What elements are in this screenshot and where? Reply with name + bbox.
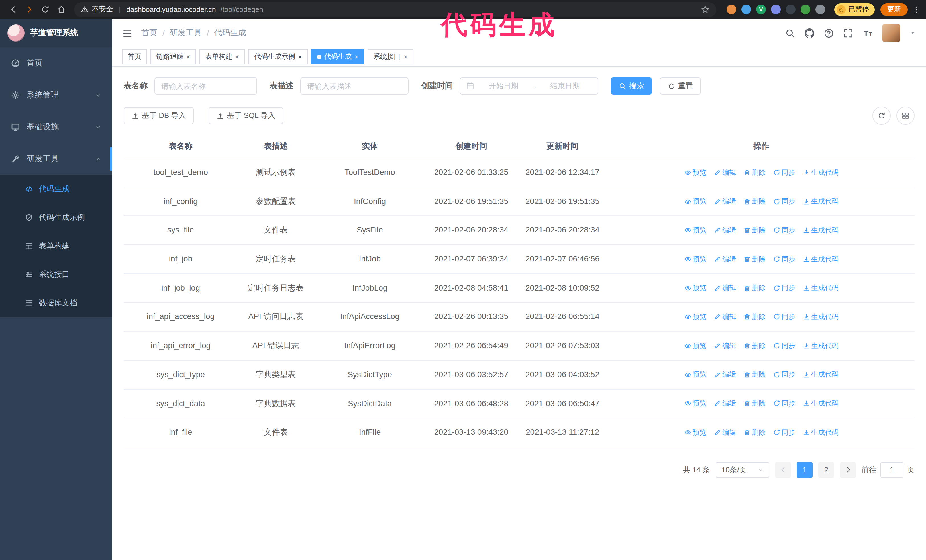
action-sync[interactable]: 同步 [773,196,795,207]
action-eye[interactable]: 预览 [684,427,706,438]
close-icon[interactable]: × [235,53,239,60]
logo[interactable]: 芋道管理系统 [0,19,112,47]
action-eye[interactable]: 预览 [684,370,706,380]
action-eye[interactable]: 预览 [684,398,706,409]
reload-icon[interactable] [38,2,53,17]
action-sync[interactable]: 同步 [773,254,795,264]
page-size-select[interactable]: 10条/页 [716,462,769,478]
数据库文档-submenu-item[interactable]: 数据库文档 [0,289,112,317]
action-download[interactable]: 生成代码 [803,283,838,293]
系统管理-menu-item[interactable]: 系统管理 [0,79,112,111]
goto-page-input[interactable] [881,462,903,478]
action-delete[interactable]: 删除 [743,370,766,380]
next-page-button[interactable] [840,462,856,478]
close-icon[interactable]: × [186,53,190,60]
action-eye[interactable]: 预览 [684,225,706,235]
action-edit[interactable]: 编辑 [714,312,736,322]
action-sync[interactable]: 同步 [773,283,795,293]
action-edit[interactable]: 编辑 [714,196,736,207]
action-eye[interactable]: 预览 [684,167,706,178]
action-download[interactable]: 生成代码 [803,225,838,235]
研发工具-menu-item[interactable]: 研发工具 [0,143,112,175]
avatar-caret-icon[interactable] [910,30,916,36]
import-sql-button[interactable]: 基于 SQL 导入 [209,107,283,124]
表单构建-tab[interactable]: 表单构建 × [200,49,245,64]
action-edit[interactable]: 编辑 [714,427,736,438]
fullscreen-icon[interactable] [843,28,853,38]
browser-menu-icon[interactable] [912,5,920,14]
代码生成示例-tab[interactable]: 代码生成示例 × [248,49,308,64]
action-edit[interactable]: 编辑 [714,167,736,178]
paused-badge[interactable]: 已暂停 [834,3,875,16]
action-sync[interactable]: 同步 [773,427,795,438]
action-delete[interactable]: 删除 [743,283,766,293]
question-icon[interactable] [824,28,834,38]
action-sync[interactable]: 同步 [773,167,795,178]
action-download[interactable]: 生成代码 [803,398,838,409]
reset-button[interactable]: 重置 [660,77,701,95]
基础设施-menu-item[interactable]: 基础设施 [0,111,112,143]
extension-icon[interactable] [726,5,736,14]
table-name-input[interactable] [154,77,257,95]
breadcrumb-item[interactable]: 代码生成 [214,28,246,38]
prev-page-button[interactable] [775,462,791,478]
action-eye[interactable]: 预览 [684,283,706,293]
home-icon[interactable] [54,2,68,17]
action-download[interactable]: 生成代码 [803,196,838,207]
action-eye[interactable]: 预览 [684,340,706,351]
bookmark-star-icon[interactable] [701,5,710,14]
action-eye[interactable]: 预览 [684,196,706,207]
breadcrumb-item[interactable]: 研发工具 [170,28,202,38]
系统接口-submenu-item[interactable]: 系统接口 [0,260,112,289]
update-button[interactable]: 更新 [881,3,908,16]
security-warning[interactable]: 不安全 [81,5,113,14]
extension-icon[interactable] [816,5,825,14]
extension-icon[interactable] [800,5,810,14]
action-eye[interactable]: 预览 [684,312,706,322]
forward-icon[interactable] [22,2,36,17]
action-edit[interactable]: 编辑 [714,225,736,235]
action-delete[interactable]: 删除 [743,196,766,207]
action-edit[interactable]: 编辑 [714,370,736,380]
代码生成-tab[interactable]: 代码生成 × [311,49,364,64]
action-download[interactable]: 生成代码 [803,312,838,322]
action-edit[interactable]: 编辑 [714,254,736,264]
action-delete[interactable]: 删除 [743,427,766,438]
github-icon[interactable] [805,28,814,38]
user-avatar[interactable] [882,24,900,42]
action-sync[interactable]: 同步 [773,370,795,380]
系统接口-tab[interactable]: 系统接口 × [368,49,413,64]
action-delete[interactable]: 删除 [743,312,766,322]
action-edit[interactable]: 编辑 [714,398,736,409]
action-download[interactable]: 生成代码 [803,427,838,438]
action-delete[interactable]: 删除 [743,167,766,178]
extension-icon[interactable] [771,5,781,14]
action-edit[interactable]: 编辑 [714,340,736,351]
extension-icon[interactable] [786,5,796,14]
代码生成示例-submenu-item[interactable]: 代码生成示例 [0,203,112,232]
back-icon[interactable] [6,2,21,17]
page-number-button[interactable]: 1 [797,462,813,478]
action-edit[interactable]: 编辑 [714,283,736,293]
refresh-button[interactable] [872,107,891,125]
action-sync[interactable]: 同步 [773,398,795,409]
table-desc-input[interactable] [300,77,409,95]
grid-button[interactable] [896,107,915,125]
address-bar[interactable]: 不安全 | dashboard.yudao.iocoder.cn/tool/co… [74,2,716,17]
date-range-picker[interactable]: 开始日期 - 结束日期 [460,77,598,95]
action-sync[interactable]: 同步 [773,312,795,322]
action-delete[interactable]: 删除 [743,398,766,409]
extension-icon[interactable]: V [756,5,766,14]
import-db-button[interactable]: 基于 DB 导入 [124,107,194,124]
action-delete[interactable]: 删除 [743,225,766,235]
close-icon[interactable]: × [298,53,302,60]
action-download[interactable]: 生成代码 [803,370,838,380]
search-button[interactable]: 搜索 [611,77,652,95]
page-number-button[interactable]: 2 [818,462,834,478]
action-download[interactable]: 生成代码 [803,167,838,178]
sidebar-toggle-icon[interactable] [123,28,132,38]
代码生成-submenu-item[interactable]: 代码生成 [0,175,112,203]
action-delete[interactable]: 删除 [743,254,766,264]
首页-menu-item[interactable]: 首页 [0,47,112,79]
fontsize-icon[interactable]: TT [863,28,872,38]
